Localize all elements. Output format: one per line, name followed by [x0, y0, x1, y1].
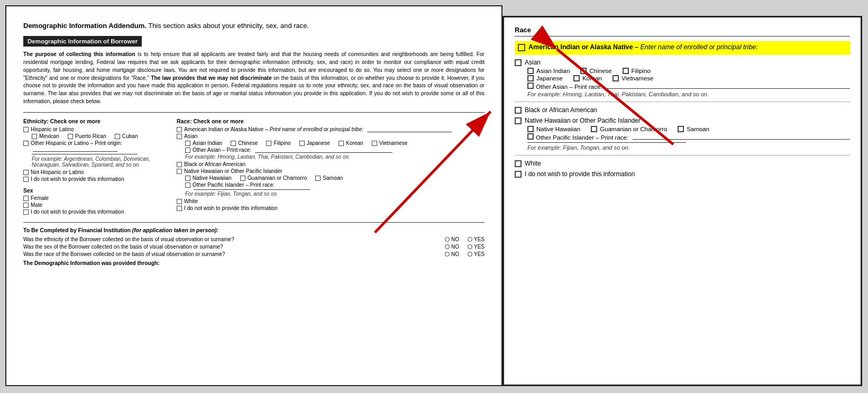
puerto-rican-checkbox[interactable]: [68, 134, 73, 139]
mexican-item[interactable]: Mexican: [32, 133, 59, 139]
american-indian-item[interactable]: American Indian or Alaska Native – Print…: [177, 126, 485, 132]
popup-other-pacific-checkbox[interactable]: [527, 133, 534, 140]
vietnamese-checkbox[interactable]: [372, 141, 377, 146]
korean-item[interactable]: Korean: [339, 140, 363, 146]
q3-yes-radio[interactable]: [468, 252, 472, 257]
popup-pacific-group-checkbox[interactable]: [515, 117, 522, 124]
popup-black-item[interactable]: Black or African American: [515, 106, 850, 114]
q2-yes-radio[interactable]: [468, 244, 472, 249]
cuban-checkbox[interactable]: [115, 134, 120, 139]
popup-korean-item[interactable]: Korean: [573, 75, 602, 81]
other-pacific-checkbox[interactable]: [185, 182, 190, 188]
q2-no-item[interactable]: NO: [445, 244, 459, 250]
no-wish-eth-item[interactable]: I do not wish to provide this informatio…: [23, 176, 161, 182]
popup-asian-checkbox[interactable]: [515, 59, 522, 66]
japanese-checkbox[interactable]: [299, 141, 305, 146]
not-hispanic-item[interactable]: Not Hispanic or Latino: [23, 169, 161, 175]
popup-asian-item[interactable]: Asian: [515, 59, 850, 66]
cuban-item[interactable]: Cuban: [115, 133, 138, 139]
other-asian-item[interactable]: Other Asian – Print race:: [185, 147, 485, 153]
popup-other-pacific-item[interactable]: Other Pacific Islander – Print race:: [527, 133, 850, 141]
q3-yes-item[interactable]: YES: [468, 251, 485, 257]
mexican-checkbox[interactable]: [32, 134, 37, 139]
male-checkbox[interactable]: [23, 203, 29, 208]
filipino-checkbox[interactable]: [266, 141, 271, 146]
american-indian-checkbox[interactable]: [177, 127, 182, 132]
japanese-item[interactable]: Japanese: [299, 140, 330, 146]
hispanic-item[interactable]: Hispanic or Latino: [23, 126, 161, 132]
q2-no-radio[interactable]: [445, 244, 450, 249]
q1-yes-item[interactable]: YES: [468, 236, 485, 242]
popup-pacific-group-item[interactable]: Native Hawaiian or Other Pacific Islande…: [515, 117, 850, 124]
female-item[interactable]: Female: [23, 195, 161, 201]
native-hawaiian-item[interactable]: Native Hawaiian: [185, 175, 232, 181]
popup-chinese-item[interactable]: Chinese: [580, 68, 611, 74]
no-wish-sex-checkbox[interactable]: [23, 209, 29, 215]
popup-korean-checkbox[interactable]: [573, 75, 580, 81]
q2-yes-item[interactable]: YES: [468, 244, 485, 250]
popup-asian-indian-checkbox[interactable]: [527, 68, 534, 74]
q1-no-item[interactable]: NO: [445, 236, 459, 242]
no-wish-race-checkbox[interactable]: [177, 206, 182, 211]
asian-indian-item[interactable]: Asian Indian: [185, 140, 222, 146]
guamanian-checkbox[interactable]: [240, 176, 245, 181]
asian-indian-checkbox[interactable]: [185, 141, 190, 146]
popup-samoan-checkbox[interactable]: [678, 126, 684, 132]
popup-filipino-checkbox[interactable]: [623, 68, 629, 74]
popup-guamanian-item[interactable]: Guamanian or Chamorro: [591, 126, 667, 132]
no-wish-eth-checkbox[interactable]: [23, 177, 29, 182]
white-checkbox[interactable]: [177, 199, 182, 204]
popup-american-indian-highlighted[interactable]: American Indian or Alaska Native – Enter…: [515, 41, 850, 54]
popup-chinese-checkbox[interactable]: [580, 68, 587, 74]
q3-no-radio[interactable]: [445, 252, 450, 257]
native-hawaiian-group-item[interactable]: Native Hawaiian or Other Pacific Islande…: [177, 168, 485, 174]
black-checkbox[interactable]: [177, 162, 182, 167]
no-wish-race-item[interactable]: I do not wish to provide this informatio…: [177, 205, 485, 211]
chinese-checkbox[interactable]: [231, 141, 236, 146]
popup-native-hawaiian-checkbox[interactable]: [527, 126, 534, 132]
hispanic-checkbox[interactable]: [23, 127, 29, 132]
asian-item[interactable]: Asian: [177, 133, 485, 139]
samoan-checkbox[interactable]: [315, 176, 321, 181]
other-hispanic-checkbox[interactable]: [23, 141, 29, 146]
samoan-item[interactable]: Samoan: [315, 175, 343, 181]
other-asian-checkbox[interactable]: [185, 148, 190, 153]
popup-japanese-checkbox[interactable]: [527, 75, 534, 81]
female-checkbox[interactable]: [23, 196, 29, 201]
white-item[interactable]: White: [177, 198, 485, 204]
q1-no-radio[interactable]: [445, 237, 450, 242]
popup-other-asian-checkbox[interactable]: [527, 83, 534, 89]
popup-no-wish-item[interactable]: I do not wish to provide this informatio…: [515, 170, 850, 178]
not-hispanic-checkbox[interactable]: [23, 170, 29, 175]
q1-yes-radio[interactable]: [468, 237, 472, 242]
native-hawaiian-checkbox[interactable]: [185, 176, 190, 181]
black-item[interactable]: Black or African American: [177, 161, 485, 167]
popup-samoan-item[interactable]: Samoan: [678, 126, 709, 132]
popup-asian-indian-item[interactable]: Asian Indian: [527, 68, 570, 74]
popup-black-checkbox[interactable]: [515, 107, 522, 114]
asian-checkbox[interactable]: [177, 134, 182, 139]
other-hispanic-item[interactable]: Other Hispanic or Latino – Print origin:: [23, 140, 161, 152]
puerto-rican-item[interactable]: Puerto Rican: [68, 133, 106, 139]
native-hawaiian-group-checkbox[interactable]: [177, 169, 182, 174]
guamanian-item[interactable]: Guamanian or Chamorro: [240, 175, 307, 181]
chinese-item[interactable]: Chinese: [231, 140, 258, 146]
popup-vietnamese-checkbox[interactable]: [613, 75, 619, 81]
popup-filipino-item[interactable]: Filipino: [623, 68, 651, 74]
no-wish-sex-item[interactable]: I do not wish to provide this informatio…: [23, 209, 161, 215]
other-pacific-item[interactable]: Other Pacific Islander – Print race:: [185, 182, 485, 188]
popup-japanese-item[interactable]: Japanese: [527, 75, 563, 81]
popup-american-indian-checkbox[interactable]: [518, 44, 525, 51]
q3-no-item[interactable]: NO: [445, 251, 459, 257]
male-item[interactable]: Male: [23, 202, 161, 208]
popup-no-wish-checkbox[interactable]: [515, 171, 522, 178]
korean-checkbox[interactable]: [339, 141, 344, 146]
filipino-item[interactable]: Filipino: [266, 140, 290, 146]
popup-white-item[interactable]: White: [515, 160, 850, 167]
popup-guamanian-checkbox[interactable]: [591, 126, 597, 132]
popup-vietnamese-item[interactable]: Vietnamese: [613, 75, 654, 81]
popup-white-checkbox[interactable]: [515, 160, 522, 167]
vietnamese-item[interactable]: Vietnamese: [372, 140, 408, 146]
popup-native-hawaiian-item[interactable]: Native Hawaiian: [527, 126, 580, 132]
popup-other-asian-item[interactable]: Other Asian – Print race:: [527, 83, 850, 90]
